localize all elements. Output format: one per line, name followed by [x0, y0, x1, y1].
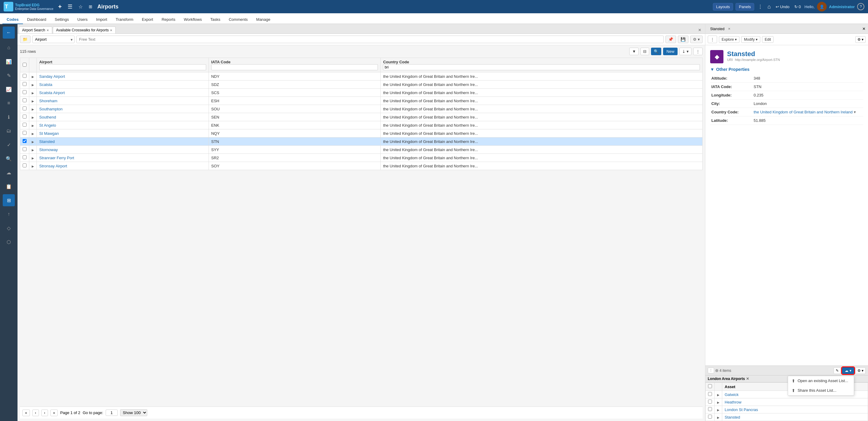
crosswalk-panel-tab[interactable]: Available Crosswalks for Airports ✕	[53, 27, 116, 33]
tab-transform[interactable]: Transform	[112, 15, 137, 24]
star-button[interactable]: ☆	[77, 3, 84, 11]
sub-row-checkbox[interactable]	[706, 398, 715, 406]
airport-link[interactable]: Shoreham	[39, 99, 57, 103]
row-expand[interactable]: ▶	[29, 154, 37, 162]
table-row[interactable]: ▶ Southampton SOU the United Kingdom of …	[20, 105, 703, 113]
sub-row-checkbox[interactable]	[706, 391, 715, 398]
sub-expand-button[interactable]: ▶	[717, 416, 719, 419]
new-button[interactable]: New	[663, 47, 678, 55]
menu-button[interactable]: ☰	[66, 2, 74, 11]
sidebar-hex-icon[interactable]: ⬡	[3, 236, 15, 248]
tab-import[interactable]: Import	[92, 15, 112, 24]
last-page-btn[interactable]: »	[51, 410, 58, 416]
modify-btn[interactable]: Modify	[741, 36, 760, 43]
tab-dashboard[interactable]: Dashboard	[23, 15, 51, 24]
sidebar-analytics-icon[interactable]: 📈	[3, 83, 15, 95]
row-expand[interactable]: ▶	[29, 162, 37, 170]
row-expand[interactable]: ▶	[29, 129, 37, 137]
sub-table-row[interactable]: ▶ Stansted	[706, 414, 868, 421]
expand-button[interactable]: ▶	[32, 149, 34, 152]
explore-btn[interactable]: Explore	[719, 36, 739, 43]
table-row[interactable]: ▶ Stornoway SYY the United Kingdom of Gr…	[20, 145, 703, 154]
sidebar-back-button[interactable]: ←	[3, 27, 15, 39]
expand-button[interactable]: ▶	[32, 124, 34, 127]
sub-row-expand[interactable]: ▶	[715, 391, 722, 398]
open-asset-list-item[interactable]: ⬆ Open an existing Asset List...	[788, 376, 854, 386]
goto-input[interactable]	[105, 410, 118, 416]
airport-link[interactable]: Stansted	[39, 139, 55, 144]
airport-link[interactable]: St Mawgan	[39, 131, 59, 136]
search-toggle-button[interactable]: 🔍	[651, 47, 661, 55]
row-checkbox[interactable]	[20, 89, 29, 97]
row-checkbox[interactable]	[20, 113, 29, 121]
edit-btn[interactable]: Edit	[762, 36, 774, 43]
sub-edit-btn[interactable]: ✎	[834, 367, 841, 374]
expand-button[interactable]: ▶	[32, 132, 34, 135]
crosswalk-tab-close[interactable]: ✕	[110, 29, 112, 32]
table-row[interactable]: ▶ Southend SEN the United Kingdom of Gre…	[20, 113, 703, 121]
type-select[interactable]: Airport	[32, 36, 74, 43]
airport-link[interactable]: Sanday Airport	[39, 74, 65, 79]
sub-row-checkbox[interactable]	[706, 406, 715, 414]
columns-button[interactable]: ⊟	[641, 47, 649, 55]
sidebar-grid-icon[interactable]: ⊞	[3, 194, 15, 206]
sidebar-diamond-icon[interactable]: ◇	[3, 222, 15, 234]
row-expand[interactable]: ▶	[29, 72, 37, 80]
sub-expand-button[interactable]: ▶	[717, 393, 719, 396]
row-expand[interactable]: ▶	[29, 89, 37, 97]
tab-export[interactable]: Export	[137, 15, 158, 24]
tab-users[interactable]: Users	[73, 15, 92, 24]
detail-settings-btn[interactable]: ⚙ ▾	[855, 36, 866, 43]
row-checkbox[interactable]	[20, 97, 29, 105]
detail-tab-close[interactable]: ✕	[728, 27, 731, 30]
sub-asset-link[interactable]: London St Pancras	[725, 408, 758, 412]
add-button[interactable]: +	[57, 2, 63, 11]
row-expand[interactable]: ▶	[29, 137, 37, 145]
row-expand[interactable]: ▶	[29, 121, 37, 129]
row-expand[interactable]: ▶	[29, 113, 37, 121]
row-checkbox[interactable]	[20, 137, 29, 145]
panel-outer-close[interactable]: ✕	[697, 27, 703, 33]
sub-expand-button[interactable]: ▶	[717, 408, 719, 412]
share-asset-list-item[interactable]: ⬆ Share this Asset List...	[788, 386, 854, 395]
table-row[interactable]: ▶ Scatsta SDZ the United Kingdom of Grea…	[20, 80, 703, 89]
grid-button[interactable]: ⊞	[88, 3, 94, 10]
sidebar-check-icon[interactable]: ✓	[3, 139, 15, 151]
expand-button[interactable]: ▶	[32, 83, 34, 87]
row-checkbox[interactable]	[20, 162, 29, 170]
table-row[interactable]: ▶ Scatsta Airport SCS the United Kingdom…	[20, 89, 703, 97]
tab-settings[interactable]: Settings	[51, 15, 73, 24]
sidebar-home-icon[interactable]: ⌂	[3, 42, 15, 54]
table-row[interactable]: ▶ St Mawgan NQY the United Kingdom of Gr…	[20, 129, 703, 137]
sidebar-clipboard-icon[interactable]: 📋	[3, 180, 15, 192]
iata-filter[interactable]	[211, 64, 378, 70]
expand-button[interactable]: ▶	[32, 116, 34, 119]
sub-row-checkbox[interactable]	[706, 414, 715, 421]
sidebar-list-icon[interactable]: ≡	[3, 97, 15, 109]
export-button[interactable]: ⤓ ▾	[679, 47, 691, 55]
sub-expand-button[interactable]: ▶	[717, 401, 719, 404]
prop-link[interactable]: the United Kingdom of Great Britain and …	[754, 110, 852, 114]
sidebar-chart-icon[interactable]: 📊	[3, 56, 15, 68]
more-options-button[interactable]: ⋮	[756, 3, 764, 11]
sidebar-info-icon[interactable]: ℹ	[3, 111, 15, 123]
airport-link[interactable]: Scatsta Airport	[39, 91, 65, 95]
other-properties-header[interactable]: ▼ Other Properties	[710, 67, 863, 72]
airport-link[interactable]: Scatsta	[39, 82, 52, 87]
select-all-checkbox[interactable]	[20, 58, 29, 72]
stansted-tab[interactable]: Stansted	[708, 26, 727, 32]
row-expand[interactable]: ▶	[29, 145, 37, 154]
layouts-button[interactable]: Layouts	[713, 3, 734, 10]
row-checkbox[interactable]	[20, 80, 29, 89]
table-row[interactable]: ▶ Sanday Airport NDY the United Kingdom …	[20, 72, 703, 80]
prop-expand-icon[interactable]: ▾	[854, 110, 856, 114]
row-expand[interactable]: ▶	[29, 80, 37, 89]
table-row[interactable]: ▶ Shoreham ESH the United Kingdom of Gre…	[20, 97, 703, 105]
row-checkbox[interactable]	[20, 121, 29, 129]
tab-reports[interactable]: Reports	[157, 15, 180, 24]
sub-panel-more-btn[interactable]: ⋮	[708, 368, 714, 374]
expand-button[interactable]: ▶	[32, 99, 34, 103]
expand-button[interactable]: ▶	[32, 140, 34, 143]
sidebar-search-icon[interactable]: 🔍	[3, 153, 15, 165]
airport-link[interactable]: Stronsay Airport	[39, 164, 67, 168]
